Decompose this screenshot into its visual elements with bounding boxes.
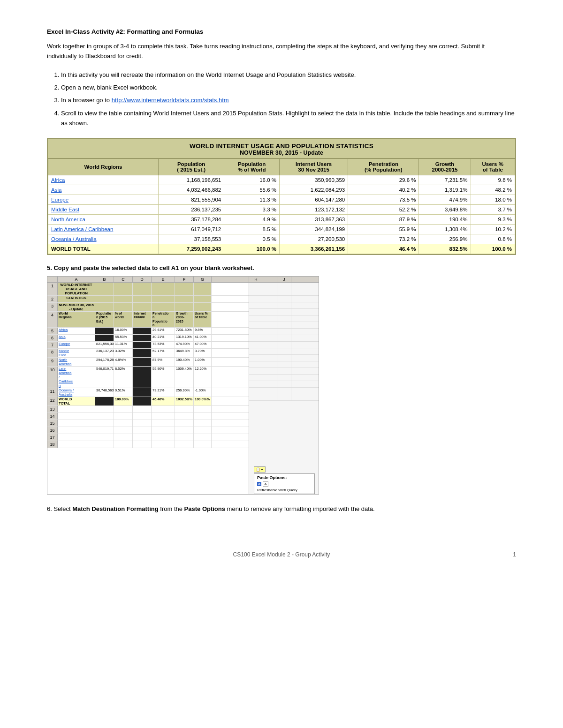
excel-cell-1-3 xyxy=(133,296,152,302)
cell-1-0[interactable]: Asia xyxy=(48,185,159,195)
excel-cell-15-5 xyxy=(175,427,194,434)
excel-cell-6-2: 11.31% xyxy=(114,342,133,348)
excel-row-number: 8 xyxy=(47,349,58,357)
excel-cell-12-4 xyxy=(152,406,175,413)
excel-cell-15-4 xyxy=(152,427,175,434)
cell-5-3: 344,824,199 xyxy=(280,224,348,234)
cell-1-4: 40.2 % xyxy=(348,185,419,195)
cell-6-0[interactable]: Oceania / Australia xyxy=(48,234,159,244)
excel-side-cell-0-0 xyxy=(249,283,263,289)
excel-cell-14-2 xyxy=(114,420,133,427)
excel-cell-3-2: % of world xyxy=(114,312,133,328)
excel-cell-10-1: 36,748,563 xyxy=(95,388,114,397)
excel-side-row xyxy=(249,283,319,289)
excel-cell-10-6: -1.00% xyxy=(194,388,212,397)
cell-5-1: 617,049,712 xyxy=(159,224,224,234)
excel-cell-11-4: 46.40% xyxy=(152,397,175,405)
excel-side-cell-15-0 xyxy=(249,381,263,387)
cell-7-3: 3,366,261,156 xyxy=(280,244,348,254)
excel-cell-13-2 xyxy=(114,413,133,420)
excel-cell-6-4: 73.53% xyxy=(152,342,175,348)
excel-cell-17-4 xyxy=(152,441,175,448)
cell-4-3: 313,867,363 xyxy=(280,214,348,224)
excel-cell-0-6 xyxy=(194,283,212,295)
excel-cell-14-3 xyxy=(133,420,152,427)
excel-side-cell-2-1 xyxy=(263,296,277,302)
excel-side-cell-6-1 xyxy=(263,322,277,328)
corner-cell xyxy=(47,277,58,282)
excel-row-number: 13 xyxy=(47,406,58,413)
excel-row: 11Oceania / Australia36,748,5630.51%####… xyxy=(47,388,249,397)
cell-3-0[interactable]: Middle East xyxy=(48,204,159,214)
excel-row-number: 15 xyxy=(47,420,58,427)
excel-side-row xyxy=(249,315,319,322)
excel-cell-11-1: ######## xyxy=(95,397,114,405)
excel-cell-0-4 xyxy=(152,283,175,295)
excel-cell-3-6: Users % of Table xyxy=(194,312,212,328)
excel-side-cell-11-2 xyxy=(277,355,291,361)
excel-side-row xyxy=(249,375,319,381)
excel-side-row xyxy=(249,329,319,335)
excel-side-cell-7-1 xyxy=(263,329,277,335)
excel-cell-9-1: 546,019,712 xyxy=(95,367,114,388)
cell-0-4: 29.6 % xyxy=(348,175,419,185)
cell-2-1: 821,555,904 xyxy=(159,195,224,204)
excel-cell-14-5 xyxy=(175,420,194,427)
excel-cell-8-4: 87.9% xyxy=(152,358,175,366)
cell-3-2: 3.3 % xyxy=(224,204,280,214)
excel-cell-4-1: ######## xyxy=(95,328,114,334)
col-header-growth: Growth2000-2015 xyxy=(419,158,471,175)
list-item-1: In this activity you will recreate the i… xyxy=(61,70,516,80)
internet-stats-link[interactable]: http://www.internetworldstats.com/stats.… xyxy=(112,97,229,104)
excel-cell-16-5 xyxy=(175,434,194,441)
excel-cell-1-1 xyxy=(95,296,114,302)
paste-options-icon[interactable]: 📋 ▼ xyxy=(254,466,266,473)
cell-4-5: 190.4% xyxy=(419,214,471,224)
excel-cell-8-6: 1.00% xyxy=(194,358,212,366)
list-item-3-text: In a browser go to xyxy=(61,97,112,104)
excel-row: 7Europe821,556,30411.31%########73.53%47… xyxy=(47,342,249,349)
excel-side-row xyxy=(249,368,319,375)
excel-cell-0-1 xyxy=(95,283,114,295)
step6-label: 6. Select Match Destination Formatting f… xyxy=(47,504,516,514)
excel-side-cell-3-1 xyxy=(263,302,277,308)
cell-4-2: 4.9 % xyxy=(224,214,280,224)
excel-row-number: 5 xyxy=(47,328,58,334)
table-row: Oceania / Australia37,158,5530.5 %27,200… xyxy=(48,234,515,244)
excel-side-cell-10-1 xyxy=(263,348,277,354)
excel-side-cell-2-2 xyxy=(277,296,291,302)
table-row: Middle East236,137,2353.3 %123,172,13252… xyxy=(48,204,515,214)
cell-7-6: 100.0 % xyxy=(471,244,515,254)
excel-row: 1WORLD INTERNET USAGE AND POPULATION xyxy=(47,283,249,296)
paste-icon-keep-source: A xyxy=(257,482,261,486)
excel-cell-11-0: WORLD TOTAL xyxy=(58,397,95,405)
excel-cell-15-2 xyxy=(114,427,133,434)
excel-side-cell-16-0 xyxy=(249,388,263,394)
excel-cell-12-1 xyxy=(95,406,114,413)
excel-cell-4-0: Africa xyxy=(58,328,95,334)
cell-0-0[interactable]: Africa xyxy=(48,175,159,185)
clipboard-icon: 📋 xyxy=(256,467,260,472)
excel-cell-10-0: Oceania / Australia xyxy=(58,388,95,397)
cell-4-0[interactable]: North America xyxy=(48,214,159,224)
excel-row: 15 xyxy=(47,420,249,427)
excel-side-row xyxy=(249,348,319,355)
excel-cell-1-2 xyxy=(114,296,133,302)
excel-side-cell-14-0 xyxy=(249,375,263,381)
excel-row-number: 18 xyxy=(47,441,58,448)
step5-text: 5. Copy and paste the selected data to c… xyxy=(47,264,254,271)
excel-cell-2-6 xyxy=(194,303,212,311)
excel-screenshot: A B C D E F G 1WORLD INTERNET USAGE AND … xyxy=(47,276,319,495)
excel-side-row xyxy=(249,309,319,315)
excel-cell-17-1 xyxy=(95,441,114,448)
col-header-users-pct: Users %of Table xyxy=(471,158,515,175)
excel-cell-10-2: 0.51% xyxy=(114,388,133,397)
cell-5-0[interactable]: Latin America / Caribbean xyxy=(48,224,159,234)
excel-side-cell-15-1 xyxy=(263,381,277,387)
excel-cell-12-3 xyxy=(133,406,152,413)
paste-menu-item-1[interactable]: A A xyxy=(257,481,312,487)
excel-cell-13-3 xyxy=(133,413,152,420)
footer-center-text: CS100 Excel Module 2 - Group Activity xyxy=(233,551,330,558)
cell-2-0[interactable]: Europe xyxy=(48,195,159,204)
excel-side-cell-5-1 xyxy=(263,315,277,322)
